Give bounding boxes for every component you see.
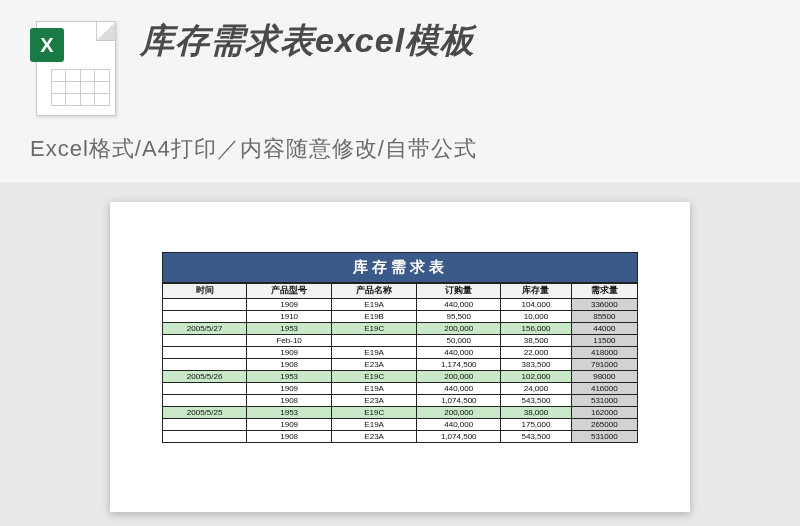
- table-cell: E19C: [332, 323, 417, 335]
- table-cell: 98000: [571, 371, 637, 383]
- table-cell: 1909: [247, 299, 332, 311]
- table-cell: 1953: [247, 407, 332, 419]
- table-cell: 2005/5/25: [163, 407, 247, 419]
- table-row: Feb-1050,00038,50011500: [163, 335, 638, 347]
- preview-page: 库存需求表 时间 产品型号 产品名称 订购量 库存量 需求量 1909E19A4…: [110, 202, 690, 512]
- table-cell: 791000: [571, 359, 637, 371]
- table-cell: [332, 335, 417, 347]
- table-cell: 543,500: [501, 431, 571, 443]
- table-cell: 418000: [571, 347, 637, 359]
- table-cell: 1,174,500: [417, 359, 501, 371]
- table-row: 1908E23A1,174,500383,500791000: [163, 359, 638, 371]
- table-cell: [163, 383, 247, 395]
- col-model: 产品型号: [247, 284, 332, 299]
- table-cell: 175,000: [501, 419, 571, 431]
- table-cell: E23A: [332, 431, 417, 443]
- table-row: 1909E19A440,00022,000418000: [163, 347, 638, 359]
- table-cell: 336000: [571, 299, 637, 311]
- inventory-table: 时间 产品型号 产品名称 订购量 库存量 需求量 1909E19A440,000…: [162, 283, 638, 443]
- col-demand: 需求量: [571, 284, 637, 299]
- table-cell: 104,000: [501, 299, 571, 311]
- table-cell: 543,500: [501, 395, 571, 407]
- table-cell: 200,000: [417, 323, 501, 335]
- table-cell: 1909: [247, 383, 332, 395]
- table-cell: 102,000: [501, 371, 571, 383]
- table-cell: 10,000: [501, 311, 571, 323]
- table-cell: E19A: [332, 299, 417, 311]
- table-row: 1910E19B95,50010,00085500: [163, 311, 638, 323]
- table-cell: [163, 419, 247, 431]
- table-cell: E23A: [332, 359, 417, 371]
- table-cell: 265000: [571, 419, 637, 431]
- table-cell: E23A: [332, 395, 417, 407]
- header-band: 库存需求表excel模板: [0, 0, 800, 128]
- table-cell: E19B: [332, 311, 417, 323]
- table-cell: 11500: [571, 335, 637, 347]
- table-cell: 1908: [247, 431, 332, 443]
- table-cell: E19C: [332, 407, 417, 419]
- table-row: 2005/5/271953E19C200,000156,00044000: [163, 323, 638, 335]
- table-cell: [163, 347, 247, 359]
- table-cell: 1910: [247, 311, 332, 323]
- table-header-row: 时间 产品型号 产品名称 订购量 库存量 需求量: [163, 284, 638, 299]
- table-cell: Feb-10: [247, 335, 332, 347]
- table-cell: 440,000: [417, 299, 501, 311]
- excel-x-badge-icon: [30, 28, 64, 62]
- table-cell: 200,000: [417, 407, 501, 419]
- table-cell: 383,500: [501, 359, 571, 371]
- table-row: 1908E23A1,074,500543,500531000: [163, 395, 638, 407]
- table-row: 1909E19A440,000175,000265000: [163, 419, 638, 431]
- table-cell: 416000: [571, 383, 637, 395]
- col-name: 产品名称: [332, 284, 417, 299]
- grid-mini-icon: [51, 69, 109, 105]
- table-row: 1909E19A440,00024,000416000: [163, 383, 638, 395]
- table-cell: 2005/5/26: [163, 371, 247, 383]
- table-cell: 1953: [247, 371, 332, 383]
- table-cell: 1908: [247, 359, 332, 371]
- table-row: 1908E23A1,074,500543,500531000: [163, 431, 638, 443]
- title-block: 库存需求表excel模板: [140, 18, 770, 64]
- table-cell: [163, 359, 247, 371]
- table-cell: 440,000: [417, 383, 501, 395]
- table-cell: 50,000: [417, 335, 501, 347]
- table-cell: 1908: [247, 395, 332, 407]
- table-cell: 95,500: [417, 311, 501, 323]
- table-cell: [163, 311, 247, 323]
- table-cell: 38,000: [501, 407, 571, 419]
- table-cell: 2005/5/27: [163, 323, 247, 335]
- table-cell: 24,000: [501, 383, 571, 395]
- table-cell: E19A: [332, 419, 417, 431]
- table-cell: 1953: [247, 323, 332, 335]
- col-order: 订购量: [417, 284, 501, 299]
- preview-area: 库存需求表 时间 产品型号 产品名称 订购量 库存量 需求量 1909E19A4…: [0, 182, 800, 512]
- table-cell: 85500: [571, 311, 637, 323]
- table-cell: 1909: [247, 419, 332, 431]
- table-cell: 531000: [571, 395, 637, 407]
- table-cell: 440,000: [417, 347, 501, 359]
- table-cell: 44000: [571, 323, 637, 335]
- table-cell: E19A: [332, 383, 417, 395]
- table-cell: [163, 299, 247, 311]
- excel-file-icon: [30, 18, 120, 118]
- col-time: 时间: [163, 284, 247, 299]
- page-subtitle: Excel格式/A4打印／内容随意修改/自带公式: [30, 134, 770, 164]
- table-cell: [163, 431, 247, 443]
- table-cell: E19C: [332, 371, 417, 383]
- sheet-title: 库存需求表: [162, 252, 638, 283]
- table-cell: 156,000: [501, 323, 571, 335]
- table-cell: 440,000: [417, 419, 501, 431]
- table-row: 1909E19A440,000104,000336000: [163, 299, 638, 311]
- subtitle-row: Excel格式/A4打印／内容随意修改/自带公式: [0, 128, 800, 182]
- table-cell: 1,074,500: [417, 431, 501, 443]
- table-cell: 38,500: [501, 335, 571, 347]
- col-stock: 库存量: [501, 284, 571, 299]
- table-cell: [163, 395, 247, 407]
- page-title: 库存需求表excel模板: [140, 18, 770, 64]
- table-cell: 531000: [571, 431, 637, 443]
- table-cell: 1,074,500: [417, 395, 501, 407]
- table-cell: 1909: [247, 347, 332, 359]
- table-cell: [163, 335, 247, 347]
- table-row: 2005/5/261953E19C200,000102,00098000: [163, 371, 638, 383]
- table-cell: E19A: [332, 347, 417, 359]
- table-cell: 200,000: [417, 371, 501, 383]
